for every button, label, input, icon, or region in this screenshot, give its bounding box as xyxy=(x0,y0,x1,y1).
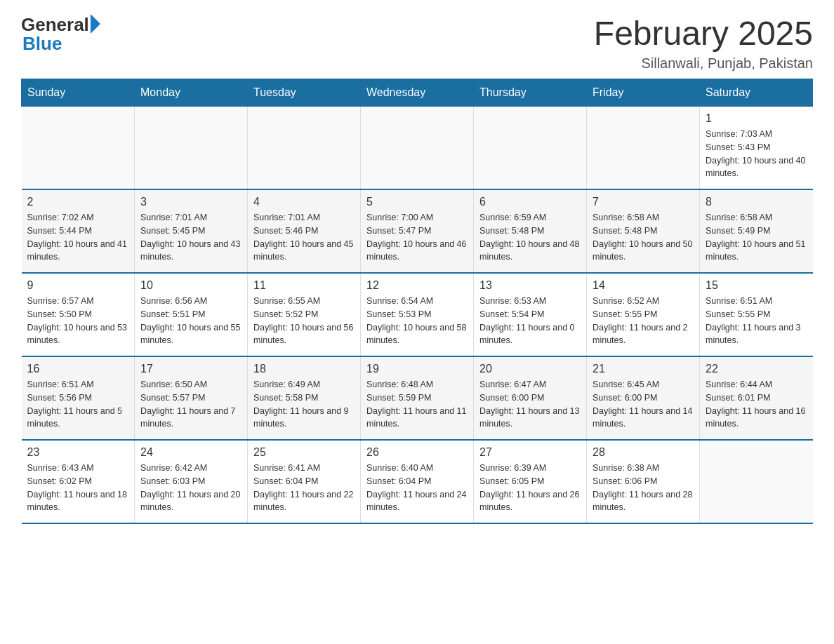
day-number: 20 xyxy=(479,363,581,375)
day-of-week-header: Saturday xyxy=(700,79,813,107)
day-info: Sunrise: 6:49 AMSunset: 5:58 PMDaylight:… xyxy=(253,378,355,431)
calendar-cell: 23Sunrise: 6:43 AMSunset: 6:02 PMDayligh… xyxy=(22,440,135,523)
calendar-cell: 16Sunrise: 6:51 AMSunset: 5:56 PMDayligh… xyxy=(22,356,135,440)
day-number: 3 xyxy=(140,196,241,208)
day-info: Sunrise: 6:51 AMSunset: 5:56 PMDaylight:… xyxy=(27,378,129,431)
day-info: Sunrise: 7:01 AMSunset: 5:46 PMDaylight:… xyxy=(253,211,355,264)
calendar-cell xyxy=(135,107,248,190)
day-info: Sunrise: 6:53 AMSunset: 5:54 PMDaylight:… xyxy=(479,295,581,347)
day-number: 13 xyxy=(479,279,581,292)
day-number: 24 xyxy=(140,446,241,459)
day-number: 19 xyxy=(366,363,468,375)
day-of-week-header: Tuesday xyxy=(248,79,361,107)
day-of-week-header: Friday xyxy=(587,79,700,107)
calendar-cell: 21Sunrise: 6:45 AMSunset: 6:00 PMDayligh… xyxy=(587,356,700,440)
calendar-cell xyxy=(474,107,587,190)
calendar-cell: 17Sunrise: 6:50 AMSunset: 5:57 PMDayligh… xyxy=(135,356,248,440)
day-info: Sunrise: 7:00 AMSunset: 5:47 PMDaylight:… xyxy=(366,211,468,264)
calendar-cell: 20Sunrise: 6:47 AMSunset: 6:00 PMDayligh… xyxy=(474,356,587,440)
day-number: 9 xyxy=(27,279,129,292)
calendar-week-row: 23Sunrise: 6:43 AMSunset: 6:02 PMDayligh… xyxy=(22,440,813,523)
calendar-cell: 2Sunrise: 7:02 AMSunset: 5:44 PMDaylight… xyxy=(22,189,135,273)
day-of-week-header: Monday xyxy=(135,79,248,107)
calendar-week-row: 1Sunrise: 7:03 AMSunset: 5:43 PMDaylight… xyxy=(22,107,813,190)
day-info: Sunrise: 7:01 AMSunset: 5:45 PMDaylight:… xyxy=(140,211,241,264)
calendar-cell: 8Sunrise: 6:58 AMSunset: 5:49 PMDaylight… xyxy=(700,189,813,273)
calendar-cell: 14Sunrise: 6:52 AMSunset: 5:55 PMDayligh… xyxy=(587,273,700,356)
calendar-cell: 7Sunrise: 6:58 AMSunset: 5:48 PMDaylight… xyxy=(587,189,700,273)
day-number: 6 xyxy=(479,196,581,208)
calendar-cell: 24Sunrise: 6:42 AMSunset: 6:03 PMDayligh… xyxy=(135,440,248,523)
day-number: 14 xyxy=(593,279,694,292)
calendar-cell xyxy=(587,107,700,190)
day-info: Sunrise: 6:44 AMSunset: 6:01 PMDaylight:… xyxy=(706,378,807,431)
day-of-week-header: Thursday xyxy=(474,79,587,107)
day-number: 2 xyxy=(27,196,129,208)
calendar-cell: 3Sunrise: 7:01 AMSunset: 5:45 PMDaylight… xyxy=(135,189,248,273)
day-info: Sunrise: 6:41 AMSunset: 6:04 PMDaylight:… xyxy=(253,462,355,514)
calendar-cell: 27Sunrise: 6:39 AMSunset: 6:05 PMDayligh… xyxy=(474,440,587,523)
calendar-cell: 6Sunrise: 6:59 AMSunset: 5:48 PMDaylight… xyxy=(474,189,587,273)
day-number: 1 xyxy=(706,112,807,125)
calendar-cell: 26Sunrise: 6:40 AMSunset: 6:04 PMDayligh… xyxy=(361,440,474,523)
day-info: Sunrise: 6:40 AMSunset: 6:04 PMDaylight:… xyxy=(366,462,468,514)
calendar-week-row: 9Sunrise: 6:57 AMSunset: 5:50 PMDaylight… xyxy=(22,273,813,356)
day-number: 5 xyxy=(366,196,468,208)
day-number: 18 xyxy=(253,363,355,375)
calendar-cell: 10Sunrise: 6:56 AMSunset: 5:51 PMDayligh… xyxy=(135,273,248,356)
day-info: Sunrise: 6:51 AMSunset: 5:55 PMDaylight:… xyxy=(706,295,807,347)
day-info: Sunrise: 6:50 AMSunset: 5:57 PMDaylight:… xyxy=(140,378,241,431)
day-info: Sunrise: 6:38 AMSunset: 6:06 PMDaylight:… xyxy=(593,462,694,514)
calendar-header-row: SundayMondayTuesdayWednesdayThursdayFrid… xyxy=(22,79,813,107)
calendar-cell: 4Sunrise: 7:01 AMSunset: 5:46 PMDaylight… xyxy=(248,189,361,273)
logo: General Blue xyxy=(21,14,100,55)
day-number: 10 xyxy=(140,279,241,292)
day-number: 8 xyxy=(706,196,807,208)
day-number: 26 xyxy=(366,446,468,459)
day-info: Sunrise: 6:47 AMSunset: 6:00 PMDaylight:… xyxy=(479,378,581,431)
day-of-week-header: Sunday xyxy=(22,79,135,107)
day-number: 15 xyxy=(706,279,807,292)
day-number: 17 xyxy=(140,363,241,375)
calendar-cell: 1Sunrise: 7:03 AMSunset: 5:43 PMDaylight… xyxy=(700,107,813,190)
day-number: 22 xyxy=(706,363,807,375)
day-number: 25 xyxy=(253,446,355,459)
calendar-cell: 25Sunrise: 6:41 AMSunset: 6:04 PMDayligh… xyxy=(248,440,361,523)
calendar-table: SundayMondayTuesdayWednesdayThursdayFrid… xyxy=(21,79,813,524)
calendar-cell: 22Sunrise: 6:44 AMSunset: 6:01 PMDayligh… xyxy=(700,356,813,440)
calendar-cell: 28Sunrise: 6:38 AMSunset: 6:06 PMDayligh… xyxy=(587,440,700,523)
calendar-cell xyxy=(361,107,474,190)
calendar-cell: 19Sunrise: 6:48 AMSunset: 5:59 PMDayligh… xyxy=(361,356,474,440)
logo-blue-text: Blue xyxy=(21,33,62,55)
calendar-cell: 9Sunrise: 6:57 AMSunset: 5:50 PMDaylight… xyxy=(22,273,135,356)
day-info: Sunrise: 6:43 AMSunset: 6:02 PMDaylight:… xyxy=(27,462,129,514)
day-number: 21 xyxy=(593,363,694,375)
day-number: 27 xyxy=(479,446,581,459)
calendar-week-row: 2Sunrise: 7:02 AMSunset: 5:44 PMDaylight… xyxy=(22,189,813,273)
day-info: Sunrise: 6:45 AMSunset: 6:00 PMDaylight:… xyxy=(593,378,694,431)
title-section: February 2025 Sillanwali, Punjab, Pakist… xyxy=(594,14,813,72)
day-info: Sunrise: 6:52 AMSunset: 5:55 PMDaylight:… xyxy=(593,295,694,347)
calendar-cell xyxy=(22,107,135,190)
day-info: Sunrise: 6:55 AMSunset: 5:52 PMDaylight:… xyxy=(253,295,355,347)
calendar-cell xyxy=(700,440,813,523)
day-info: Sunrise: 6:39 AMSunset: 6:05 PMDaylight:… xyxy=(479,462,581,514)
day-info: Sunrise: 7:03 AMSunset: 5:43 PMDaylight:… xyxy=(706,128,807,180)
day-info: Sunrise: 7:02 AMSunset: 5:44 PMDaylight:… xyxy=(27,211,129,264)
day-number: 4 xyxy=(253,196,355,208)
calendar-cell: 13Sunrise: 6:53 AMSunset: 5:54 PMDayligh… xyxy=(474,273,587,356)
day-info: Sunrise: 6:54 AMSunset: 5:53 PMDaylight:… xyxy=(366,295,468,347)
day-info: Sunrise: 6:59 AMSunset: 5:48 PMDaylight:… xyxy=(479,211,581,264)
day-info: Sunrise: 6:58 AMSunset: 5:49 PMDaylight:… xyxy=(706,211,807,264)
day-of-week-header: Wednesday xyxy=(361,79,474,107)
day-info: Sunrise: 6:48 AMSunset: 5:59 PMDaylight:… xyxy=(366,378,468,431)
location-text: Sillanwali, Punjab, Pakistan xyxy=(594,55,813,72)
day-number: 16 xyxy=(27,363,129,375)
calendar-cell: 12Sunrise: 6:54 AMSunset: 5:53 PMDayligh… xyxy=(361,273,474,356)
day-number: 23 xyxy=(27,446,129,459)
calendar-week-row: 16Sunrise: 6:51 AMSunset: 5:56 PMDayligh… xyxy=(22,356,813,440)
page-header: General Blue February 2025 Sillanwali, P… xyxy=(21,14,813,72)
day-info: Sunrise: 6:42 AMSunset: 6:03 PMDaylight:… xyxy=(140,462,241,514)
calendar-cell: 18Sunrise: 6:49 AMSunset: 5:58 PMDayligh… xyxy=(248,356,361,440)
day-number: 28 xyxy=(593,446,694,459)
